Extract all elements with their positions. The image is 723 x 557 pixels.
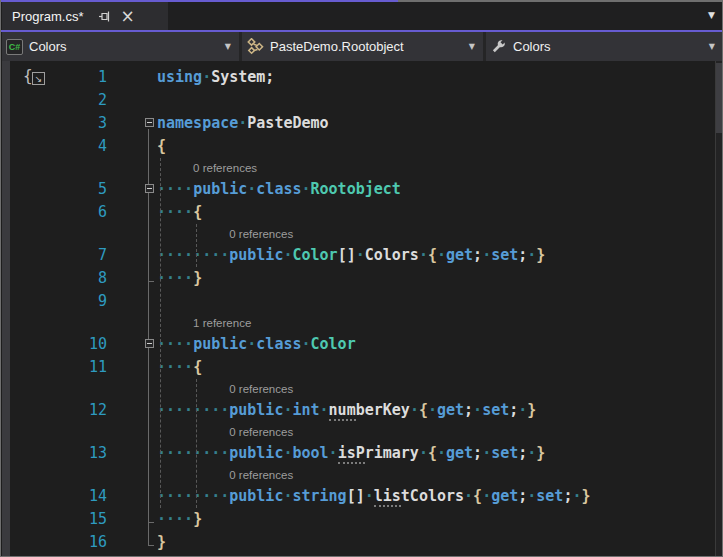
member-dropdown-label: Colors — [513, 39, 551, 54]
fold-toggle-collapse[interactable] — [145, 339, 154, 348]
fold-margin — [107, 333, 157, 356]
fold-margin — [107, 313, 157, 333]
codelens-text[interactable]: 0 references — [157, 158, 710, 178]
code-line: 15····} — [10, 508, 710, 531]
line-number — [10, 158, 107, 178]
token-warn: num — [329, 401, 356, 421]
token-txt: [] — [347, 487, 365, 505]
token-warn: isP — [338, 444, 365, 464]
fold-margin — [107, 66, 157, 89]
token-brace: } — [527, 401, 536, 419]
member-dropdown[interactable]: Colors ▼ — [486, 32, 723, 61]
code-line: 4{ — [10, 135, 710, 158]
code-line: 11····{ — [10, 356, 710, 379]
line-number — [10, 313, 107, 333]
token-txt: System; — [211, 68, 274, 86]
tab-program-cs[interactable]: Program.cs* × — [2, 2, 168, 30]
fold-toggle-collapse[interactable] — [145, 184, 154, 193]
code-text: { — [157, 135, 710, 158]
token-ws: · — [365, 487, 374, 505]
token-txt: [] — [338, 246, 356, 264]
line-number: 16 — [10, 531, 107, 554]
token-txt: ; — [473, 246, 482, 264]
codelens-text[interactable]: 0 references — [157, 379, 710, 399]
fold-margin — [107, 379, 157, 399]
line-number: 5 — [10, 178, 107, 201]
token-kw: get — [446, 246, 473, 264]
token-kw: get — [446, 444, 473, 462]
code-line: 10····public·class·Color — [10, 333, 710, 356]
codelens-row: 0 references — [10, 379, 710, 399]
code-editor[interactable]: 1using·System;23namespace·PasteDemo4{0 r… — [2, 61, 723, 556]
pin-icon[interactable] — [98, 9, 112, 23]
vertical-scrollbar[interactable] — [715, 61, 723, 556]
tab-bar: Program.cs* × ▼ — [2, 2, 723, 30]
code-text: } — [157, 531, 710, 554]
token-ws: · — [482, 444, 491, 462]
token-kw: get — [437, 401, 464, 419]
code-text: ····{ — [157, 356, 710, 379]
line-number: 13 — [10, 442, 107, 465]
class-icon — [246, 38, 264, 56]
type-dropdown[interactable]: PasteDemo.Rootobject ▼ — [242, 32, 483, 61]
line-number: 7 — [10, 244, 107, 267]
token-ws: · — [320, 401, 329, 419]
tab-list-dropdown-icon[interactable]: ▼ — [708, 10, 715, 20]
token-kw: public — [193, 180, 247, 198]
codelens-row: 1 reference — [10, 313, 710, 333]
chevron-down-icon: ▼ — [709, 42, 715, 51]
codelens-text[interactable]: 1 reference — [157, 313, 710, 333]
token-ws: ···· — [157, 203, 193, 221]
line-number — [10, 422, 107, 442]
tab-title: Program.cs* — [12, 9, 84, 24]
token-ws: · — [437, 246, 446, 264]
codelens-text[interactable]: 0 references — [157, 224, 710, 244]
token-txt: tColors — [401, 487, 464, 505]
token-txt: ; — [473, 444, 482, 462]
token-ws: ···· — [157, 269, 193, 287]
token-kw: bool — [292, 444, 328, 462]
token-cls: Color — [311, 335, 356, 353]
line-number: 11 — [10, 356, 107, 379]
token-lens: 0 references — [229, 469, 293, 481]
codelens-text[interactable]: 0 references — [157, 465, 710, 485]
token-brace: } — [193, 510, 202, 528]
token-ws: · — [473, 401, 482, 419]
token-kw: using — [157, 68, 202, 86]
project-dropdown[interactable]: C# Colors ▼ — [2, 32, 239, 61]
token-ws: · — [302, 335, 311, 353]
code-area: 1using·System;23namespace·PasteDemo4{0 r… — [10, 66, 710, 554]
code-text: ········public·Color[]·Colors·{·get;·set… — [157, 244, 710, 267]
token-ws: · — [419, 246, 428, 264]
codelens-row: 0 references — [10, 224, 710, 244]
token-lens: 1 reference — [193, 317, 251, 329]
token-ws: · — [329, 444, 338, 462]
fold-margin — [107, 244, 157, 267]
scrollbar-thumb[interactable] — [716, 63, 722, 133]
token-ws: · — [238, 114, 247, 132]
paste-options-icon[interactable]: { ↘ — [23, 66, 51, 88]
vs-editor-window: Program.cs* × ▼ C# Colors ▼ — [0, 0, 723, 557]
token-ws: · — [464, 487, 473, 505]
token-ws: · — [437, 444, 446, 462]
token-brace: { — [419, 401, 428, 419]
code-line: 7········public·Color[]·Colors·{·get;·se… — [10, 244, 710, 267]
token-ws: · — [428, 401, 437, 419]
fold-margin — [107, 485, 157, 508]
token-kw: set — [491, 246, 518, 264]
token-txt: ; — [518, 487, 527, 505]
token-lens: 0 references — [229, 426, 293, 438]
token-brace: } — [536, 246, 545, 264]
token-kw: public — [229, 246, 283, 264]
close-icon[interactable]: × — [120, 8, 136, 24]
token-kw: string — [292, 487, 346, 505]
token-ws: ········ — [157, 444, 229, 462]
token-brace: { — [428, 246, 437, 264]
line-number — [10, 224, 107, 244]
fold-toggle-collapse[interactable] — [145, 118, 154, 127]
token-kw: set — [482, 401, 509, 419]
codelens-row: 0 references — [10, 158, 710, 178]
token-txt: ; — [464, 401, 473, 419]
codelens-text[interactable]: 0 references — [157, 422, 710, 442]
paste-arrow-icon: ↘ — [32, 72, 45, 85]
